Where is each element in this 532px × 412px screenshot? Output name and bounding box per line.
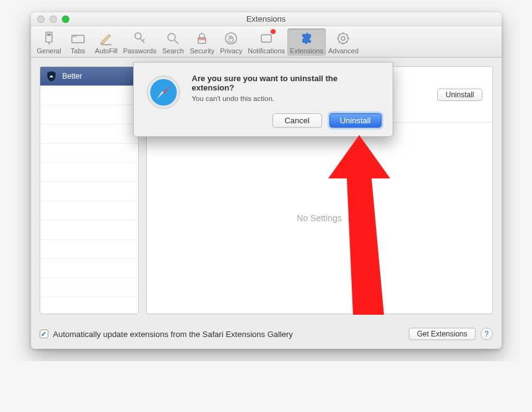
tab-label: Tabs: [71, 47, 85, 55]
tab-extensions[interactable]: Extensions: [287, 28, 326, 56]
tab-label: Search: [162, 47, 184, 55]
tab-privacy[interactable]: Privacy: [217, 28, 245, 56]
notification-icon: [258, 30, 275, 47]
tab-search[interactable]: Search: [159, 28, 187, 56]
dialog-message: You can't undo this action.: [192, 95, 382, 102]
list-item: [40, 240, 138, 259]
list-item: [40, 259, 138, 278]
tab-passwords[interactable]: Passwords: [121, 28, 159, 56]
shield-icon: [45, 70, 58, 82]
help-button[interactable]: ?: [481, 328, 493, 340]
tab-label: AutoFill: [95, 47, 118, 55]
tab-notifications[interactable]: Notifications: [245, 28, 287, 56]
svg-point-13: [341, 37, 345, 40]
hand-icon: [222, 30, 240, 47]
confirm-uninstall-dialog: Are you sure you want to uninstall the e…: [133, 62, 393, 137]
list-item: [40, 125, 138, 144]
extensions-sidebar: Better: [40, 66, 139, 314]
list-item: [40, 221, 138, 240]
tab-label: Passwords: [123, 47, 157, 55]
auto-update-label: Automatically update extensions from the…: [53, 330, 293, 339]
tab-label: Security: [190, 47, 214, 55]
tab-autofill[interactable]: AutoFill: [92, 28, 121, 56]
tabs-icon: [69, 30, 87, 47]
tab-advanced[interactable]: Advanced: [326, 28, 361, 56]
preferences-window: Extensions General Tabs AutoFill Passwor…: [31, 12, 502, 349]
tab-security[interactable]: Security: [187, 28, 217, 56]
footer-bar: Automatically update extensions from the…: [31, 323, 502, 349]
sidebar-item-better[interactable]: Better: [40, 67, 138, 86]
svg-line-7: [175, 40, 178, 44]
auto-update-checkbox[interactable]: [40, 330, 48, 338]
tab-tabs[interactable]: Tabs: [64, 28, 92, 56]
titlebar: Extensions: [31, 12, 502, 26]
tab-label: Extensions: [290, 47, 323, 55]
list-item: [40, 144, 138, 163]
safari-icon: [145, 74, 182, 111]
svg-rect-9: [198, 38, 206, 40]
empty-state-text: No Settings: [147, 123, 492, 313]
sidebar-item-label: Better: [63, 72, 82, 81]
svg-rect-11: [261, 35, 271, 42]
list-item: [40, 163, 138, 182]
uninstall-button[interactable]: Uninstall: [437, 89, 482, 101]
list-item: [40, 278, 138, 297]
lock-icon: [193, 30, 211, 47]
preferences-toolbar: General Tabs AutoFill Passwords Search: [31, 26, 502, 58]
tab-label: General: [37, 47, 61, 55]
svg-rect-1: [47, 33, 51, 36]
pencil-icon: [98, 30, 115, 47]
switch-icon: [40, 30, 58, 47]
list-item: [40, 105, 138, 125]
dialog-title: Are you sure you want to uninstall the e…: [192, 74, 382, 92]
key-icon: [131, 30, 149, 47]
tab-label: Privacy: [220, 47, 242, 55]
tab-label: Notifications: [248, 47, 285, 55]
dialog-body: Are you sure you want to uninstall the e…: [192, 74, 382, 128]
tab-general[interactable]: General: [35, 28, 64, 56]
search-icon: [164, 30, 181, 47]
confirm-uninstall-button[interactable]: Uninstall: [329, 113, 382, 128]
list-item: [40, 86, 138, 105]
list-item: [40, 182, 138, 201]
svg-point-6: [168, 33, 175, 41]
get-extensions-button[interactable]: Get Extensions: [409, 328, 475, 340]
tab-label: Advanced: [328, 47, 359, 55]
window-title: Extensions: [31, 14, 502, 24]
badge-icon: [271, 29, 276, 34]
puzzle-icon: [298, 30, 315, 47]
gear-icon: [334, 30, 352, 47]
dialog-buttons: Cancel Uninstall: [192, 113, 382, 128]
list-item: [40, 201, 138, 221]
cancel-button[interactable]: Cancel: [273, 113, 322, 128]
